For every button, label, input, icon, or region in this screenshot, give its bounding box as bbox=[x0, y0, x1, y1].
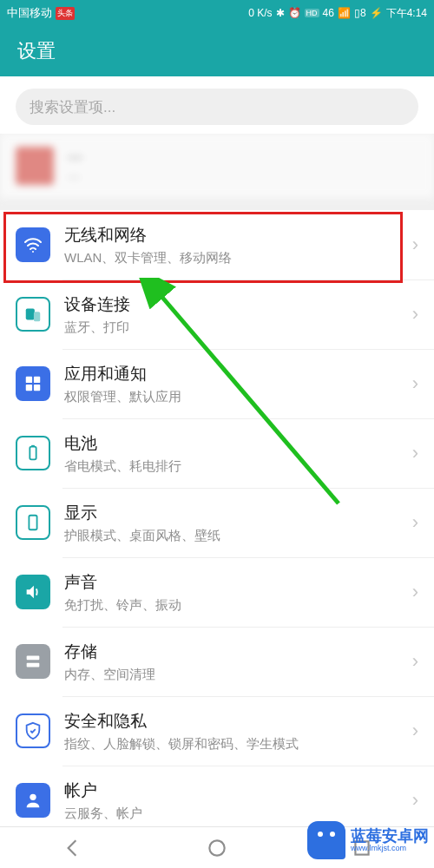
item-title: 显示 bbox=[64, 502, 412, 524]
wifi-icon bbox=[16, 227, 50, 262]
settings-item-display[interactable]: 显示 护眼模式、桌面风格、壁纸 › bbox=[0, 488, 434, 557]
item-subtitle: 护眼模式、桌面风格、壁纸 bbox=[64, 528, 412, 544]
svg-rect-7 bbox=[30, 447, 36, 460]
item-subtitle: 指纹、人脸解锁、锁屏和密码、学生模式 bbox=[64, 736, 412, 753]
avatar bbox=[16, 147, 54, 185]
nav-home-button[interactable] bbox=[206, 837, 228, 859]
battery-percent: 8 bbox=[360, 7, 366, 19]
chevron-right-icon: › bbox=[412, 581, 418, 603]
item-subtitle: WLAN、双卡管理、移动网络 bbox=[64, 250, 412, 266]
item-subtitle: 免打扰、铃声、振动 bbox=[64, 597, 412, 614]
chevron-right-icon: › bbox=[412, 442, 418, 464]
svg-point-13 bbox=[209, 840, 224, 855]
status-bar: 中国移动 头条 0 K/s ✱ ⏰ HD 46 📶 ▯8 ⚡ 下午4:14 bbox=[0, 0, 434, 26]
chevron-right-icon: › bbox=[412, 511, 418, 534]
display-icon bbox=[16, 505, 50, 540]
item-title: 无线和网络 bbox=[64, 224, 412, 247]
carrier-label: 中国移动 bbox=[7, 5, 52, 21]
shield-icon bbox=[16, 713, 50, 748]
item-title: 安全和隐私 bbox=[64, 710, 412, 733]
network-type: 46 bbox=[323, 7, 334, 19]
settings-item-security[interactable]: 安全和隐私 指纹、人脸解锁、锁屏和密码、学生模式 › bbox=[0, 696, 434, 766]
settings-item-device[interactable]: 设备连接 蓝牙、打印 › bbox=[0, 279, 434, 349]
watermark-text: 蓝莓安卓网 bbox=[351, 828, 429, 845]
settings-item-battery[interactable]: 电池 省电模式、耗电排行 › bbox=[0, 418, 434, 488]
settings-item-sound[interactable]: 声音 免打扰、铃声、振动 › bbox=[0, 557, 434, 627]
svg-rect-11 bbox=[27, 663, 40, 667]
account-icon bbox=[16, 783, 50, 818]
chevron-right-icon: › bbox=[412, 372, 418, 395]
charging-icon: ⚡ bbox=[370, 7, 383, 19]
svg-rect-9 bbox=[29, 516, 36, 530]
item-title: 帐户 bbox=[64, 779, 412, 802]
item-subtitle: 内存、空间清理 bbox=[64, 667, 412, 683]
watermark-logo-icon bbox=[307, 821, 345, 859]
svg-rect-5 bbox=[26, 385, 32, 391]
svg-rect-4 bbox=[34, 377, 40, 383]
page-title-bar: 设置 bbox=[0, 26, 434, 76]
battery-icon: ▯8 bbox=[354, 7, 366, 19]
clock: 下午4:14 bbox=[386, 6, 427, 21]
svg-point-12 bbox=[30, 794, 36, 800]
alarm-icon: ⏰ bbox=[288, 7, 301, 19]
sound-icon bbox=[16, 575, 50, 609]
battery-icon bbox=[16, 436, 50, 470]
item-title: 设备连接 bbox=[64, 293, 412, 316]
chevron-right-icon: › bbox=[412, 789, 418, 812]
svg-rect-2 bbox=[34, 312, 40, 321]
item-title: 存储 bbox=[64, 641, 412, 663]
chevron-right-icon: › bbox=[412, 720, 418, 742]
apps-grid-icon bbox=[16, 366, 50, 401]
search-placeholder: 搜索设置项... bbox=[30, 97, 115, 117]
svg-rect-3 bbox=[26, 377, 32, 383]
item-subtitle: 蓝牙、打印 bbox=[64, 319, 412, 336]
settings-item-wireless[interactable]: 无线和网络 WLAN、双卡管理、移动网络 › bbox=[0, 210, 434, 279]
item-subtitle: 云服务、帐户 bbox=[64, 806, 412, 822]
svg-rect-8 bbox=[31, 445, 35, 447]
profile-sub: — bbox=[68, 169, 82, 183]
signal-icon: 📶 bbox=[338, 7, 351, 19]
item-title: 声音 bbox=[64, 571, 412, 594]
hd-badge: HD bbox=[305, 9, 319, 17]
network-speed: 0 K/s bbox=[248, 7, 272, 19]
page-title: 设置 bbox=[17, 38, 56, 64]
svg-rect-1 bbox=[26, 309, 35, 320]
profile-row[interactable]: — — bbox=[0, 134, 434, 198]
nav-back-button[interactable] bbox=[61, 837, 83, 859]
item-subtitle: 权限管理、默认应用 bbox=[64, 389, 412, 405]
settings-item-apps[interactable]: 应用和通知 权限管理、默认应用 › bbox=[0, 349, 434, 418]
chevron-right-icon: › bbox=[412, 303, 418, 326]
status-app-badge: 头条 bbox=[56, 7, 75, 20]
svg-rect-10 bbox=[27, 656, 40, 661]
device-link-icon bbox=[16, 297, 50, 332]
storage-icon bbox=[16, 644, 50, 679]
settings-item-storage[interactable]: 存储 内存、空间清理 › bbox=[0, 627, 434, 696]
watermark-url: www.lmkjst.com bbox=[351, 844, 429, 852]
item-title: 应用和通知 bbox=[64, 363, 412, 385]
settings-list: 无线和网络 WLAN、双卡管理、移动网络 › 设备连接 蓝牙、打印 › 应用和通… bbox=[0, 210, 434, 835]
item-title: 电池 bbox=[64, 432, 412, 455]
chevron-right-icon: › bbox=[412, 650, 418, 673]
svg-rect-6 bbox=[34, 385, 40, 391]
bluetooth-icon: ✱ bbox=[276, 7, 285, 19]
item-subtitle: 省电模式、耗电排行 bbox=[64, 458, 412, 475]
profile-name: — bbox=[68, 148, 82, 166]
watermark: 蓝莓安卓网 www.lmkjst.com bbox=[307, 821, 429, 859]
search-input[interactable]: 搜索设置项... bbox=[16, 89, 418, 125]
chevron-right-icon: › bbox=[412, 233, 418, 256]
